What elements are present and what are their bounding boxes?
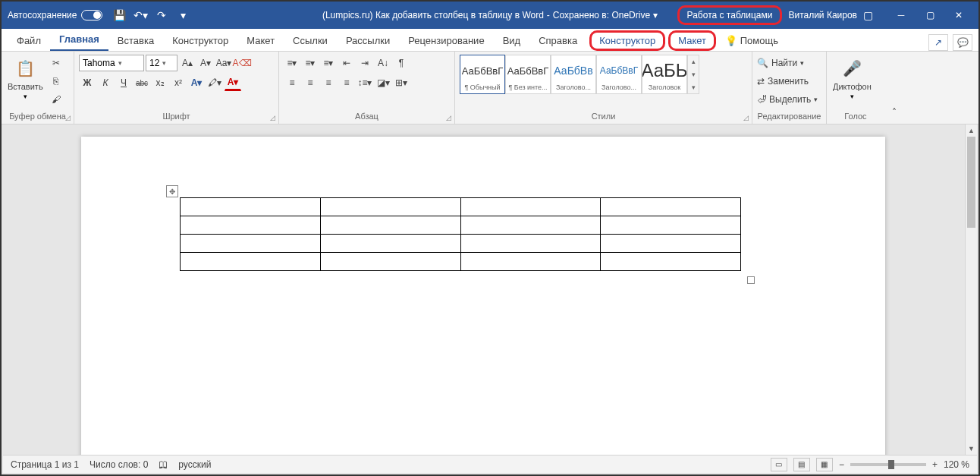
tab-home[interactable]: Главная <box>50 29 108 51</box>
table-cell[interactable] <box>601 198 741 216</box>
autosave-toggle[interactable]: Автосохранение <box>8 10 102 20</box>
numbering-icon[interactable]: ≡▾ <box>302 55 319 71</box>
table-row[interactable] <box>181 235 741 253</box>
subscript-button[interactable]: x₂ <box>152 74 168 91</box>
show-marks-icon[interactable]: ¶ <box>393 55 410 71</box>
tab-layout[interactable]: Макет <box>237 30 284 51</box>
table-cell[interactable] <box>181 216 321 235</box>
multilevel-list-icon[interactable]: ≡▾ <box>320 55 337 71</box>
tab-view[interactable]: Вид <box>494 30 530 51</box>
table-cell[interactable] <box>320 216 460 235</box>
table-cell[interactable] <box>601 216 741 235</box>
vertical-scrollbar[interactable]: ▲ ▼ <box>965 125 977 455</box>
table-cell[interactable] <box>460 235 601 253</box>
tab-file[interactable]: Файл <box>8 30 50 51</box>
style-item[interactable]: АаБбВвГЗаголово... <box>596 55 642 94</box>
page-indicator[interactable]: Страница 1 из 1 <box>11 459 79 470</box>
style-item[interactable]: АаБбВвГ¶ Без инте... <box>505 55 551 94</box>
table-cell[interactable] <box>460 253 601 271</box>
minimize-button[interactable]: ─ <box>887 5 915 26</box>
scroll-up-icon[interactable]: ▲ <box>966 125 977 137</box>
tab-mailings[interactable]: Рассылки <box>337 30 399 51</box>
table-row[interactable] <box>181 253 741 271</box>
read-mode-icon[interactable]: ▭ <box>771 458 787 471</box>
tab-table-layout[interactable]: Макет <box>668 30 716 51</box>
close-button[interactable]: ✕ <box>945 5 972 26</box>
style-item[interactable]: АаБбВвГ¶ Обычный <box>460 55 505 94</box>
table-move-handle[interactable]: ✥ <box>166 185 178 197</box>
font-size-combo[interactable]: 12 <box>146 55 177 71</box>
toggle-switch[interactable] <box>81 10 102 20</box>
scroll-thumb[interactable] <box>967 137 975 228</box>
bullets-icon[interactable]: ≡▾ <box>284 55 300 71</box>
table-cell[interactable] <box>460 216 601 235</box>
grow-font-icon[interactable]: A▴ <box>179 55 196 71</box>
proofing-icon[interactable]: 🕮 <box>159 459 168 470</box>
table-cell[interactable] <box>320 235 460 253</box>
align-center-icon[interactable]: ≡ <box>302 74 319 91</box>
style-item[interactable]: АаБбВвЗаголово... <box>551 55 596 94</box>
replace-button[interactable]: ⇄Заменить <box>757 73 818 90</box>
zoom-out-icon[interactable]: − <box>839 459 844 470</box>
italic-button[interactable]: К <box>97 74 114 91</box>
web-layout-icon[interactable]: ▦ <box>816 458 833 471</box>
table-resize-handle[interactable] <box>747 276 755 284</box>
shading-icon[interactable]: ◪▾ <box>375 74 391 91</box>
highlight-icon[interactable]: 🖍▾ <box>206 74 223 91</box>
comments-button[interactable]: 💬 <box>953 34 972 51</box>
style-item[interactable]: АаБЬЗаголовок <box>642 55 687 94</box>
strikethrough-button[interactable]: abc <box>133 74 150 91</box>
tab-help[interactable]: Справка <box>529 30 586 51</box>
copy-icon[interactable]: ⎘ <box>48 73 64 90</box>
saved-location[interactable]: Сохранено в: OneDrive <box>553 10 650 20</box>
table-cell[interactable] <box>601 253 741 271</box>
table-cell[interactable] <box>320 198 460 216</box>
table-cell[interactable] <box>320 253 460 271</box>
dialog-launcher-icon[interactable]: ◿ <box>65 114 71 121</box>
decrease-indent-icon[interactable]: ⇤ <box>338 55 355 71</box>
tab-design[interactable]: Конструктор <box>163 30 237 51</box>
zoom-in-icon[interactable]: + <box>932 459 938 470</box>
collapse-ribbon-icon[interactable]: ˄ <box>886 104 903 121</box>
increase-indent-icon[interactable]: ⇥ <box>357 55 373 71</box>
table-cell[interactable] <box>601 235 741 253</box>
cut-icon[interactable]: ✂ <box>48 55 64 71</box>
chevron-down-icon[interactable]: ▾ <box>653 10 658 20</box>
superscript-button[interactable]: x² <box>170 74 187 91</box>
tab-references[interactable]: Ссылки <box>284 30 337 51</box>
table-cell[interactable] <box>460 198 601 216</box>
bold-button[interactable]: Ж <box>79 74 96 91</box>
align-left-icon[interactable]: ≡ <box>284 74 300 91</box>
tell-me[interactable]: 💡 Помощь <box>716 30 787 51</box>
justify-icon[interactable]: ≡ <box>338 74 355 91</box>
share-button[interactable]: ↗ <box>928 34 948 51</box>
styles-more-icon[interactable]: ▴▾▾ <box>687 55 699 94</box>
tab-insert[interactable]: Вставка <box>108 30 163 51</box>
text-effects-icon[interactable]: A▾ <box>188 74 205 91</box>
user-name[interactable]: Виталий Каиров <box>788 10 857 20</box>
tab-table-design[interactable]: Конструктор <box>589 30 665 51</box>
page[interactable]: ✥ <box>81 137 885 455</box>
maximize-button[interactable]: ▢ <box>916 5 944 26</box>
qat-more-icon[interactable]: ▾ <box>175 8 190 23</box>
save-icon[interactable]: 💾 <box>112 8 127 23</box>
underline-button[interactable]: Ч <box>115 74 132 91</box>
table-row[interactable] <box>181 198 741 216</box>
clear-formatting-icon[interactable]: A⌫ <box>234 55 250 71</box>
select-button[interactable]: ⮰Выделить▾ <box>757 91 818 108</box>
paste-button[interactable]: 📋 Вставить ▾ <box>6 55 45 102</box>
table-cell[interactable] <box>181 198 321 216</box>
redo-icon[interactable]: ↷ <box>154 8 169 23</box>
dialog-launcher-icon[interactable]: ◿ <box>446 114 451 121</box>
change-case-icon[interactable]: Aa▾ <box>215 55 232 71</box>
zoom-level[interactable]: 120 % <box>944 459 969 470</box>
find-button[interactable]: 🔍Найти▾ <box>757 55 818 71</box>
borders-icon[interactable]: ⊞▾ <box>393 74 410 91</box>
undo-icon[interactable]: ↶▾ <box>133 8 148 23</box>
table-cell[interactable] <box>181 253 321 271</box>
align-right-icon[interactable]: ≡ <box>320 74 337 91</box>
zoom-slider[interactable] <box>850 463 926 466</box>
language-indicator[interactable]: русский <box>178 459 211 470</box>
table-row[interactable] <box>181 216 741 235</box>
font-name-combo[interactable]: Tahoma <box>79 55 144 71</box>
